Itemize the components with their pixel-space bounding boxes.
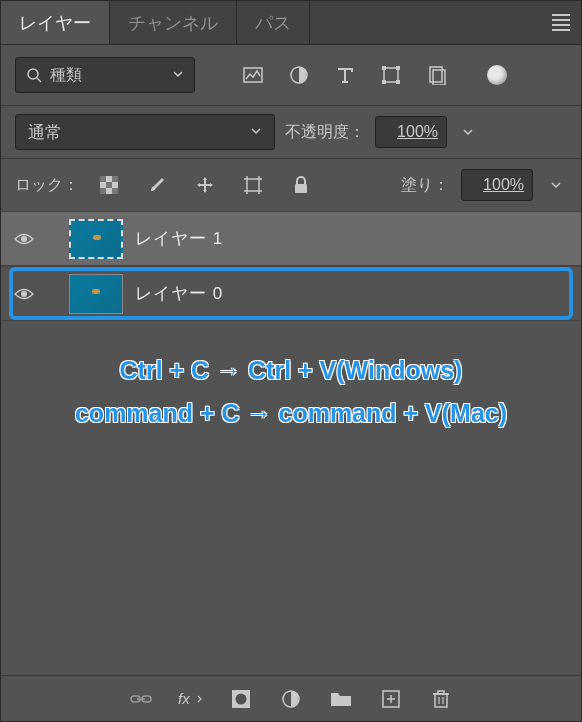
tab-layers[interactable]: レイヤー <box>1 1 110 44</box>
lock-transparency-icon[interactable] <box>91 167 127 203</box>
layer-row[interactable]: レイヤー 0 <box>1 266 581 321</box>
svg-line-1 <box>37 78 41 82</box>
chevron-down-icon <box>172 66 184 84</box>
svg-point-28 <box>21 291 27 297</box>
blend-mode-label: 通常 <box>28 121 62 144</box>
svg-rect-7 <box>382 80 386 84</box>
svg-point-27 <box>21 236 27 242</box>
link-layers-button[interactable] <box>127 685 155 713</box>
filter-pixel-icon[interactable] <box>235 57 271 93</box>
opacity-popup-button[interactable] <box>457 121 479 143</box>
svg-rect-41 <box>438 691 444 694</box>
filter-adjust-icon[interactable] <box>281 57 317 93</box>
trash-button[interactable] <box>427 685 455 713</box>
lock-move-icon[interactable] <box>187 167 223 203</box>
opacity-input[interactable]: 100% <box>375 116 447 148</box>
svg-rect-4 <box>384 68 398 82</box>
annotation-text-mac: command + C → command + V(Mac) <box>1 399 581 428</box>
svg-rect-15 <box>100 188 106 194</box>
layer-name[interactable]: レイヤー 0 <box>135 282 223 305</box>
visibility-toggle[interactable] <box>13 228 35 250</box>
svg-rect-16 <box>112 188 118 194</box>
filter-type-icon[interactable] <box>327 57 363 93</box>
svg-rect-17 <box>247 179 259 191</box>
bottom-toolbar: fx <box>1 675 581 721</box>
layer-row[interactable]: レイヤー 1 <box>1 211 581 266</box>
visibility-toggle[interactable] <box>13 283 35 305</box>
chevron-down-icon <box>250 122 262 142</box>
svg-rect-6 <box>396 66 400 70</box>
svg-rect-5 <box>382 66 386 70</box>
svg-rect-26 <box>295 184 307 193</box>
annotation-text-windows: Ctrl + C → Ctrl + V(Windows) <box>1 356 581 385</box>
group-button[interactable] <box>327 685 355 713</box>
lock-brush-icon[interactable] <box>139 167 175 203</box>
tab-paths[interactable]: パス <box>237 1 310 44</box>
svg-rect-8 <box>396 80 400 84</box>
svg-point-0 <box>28 69 38 79</box>
svg-rect-14 <box>106 182 112 188</box>
eye-icon <box>14 287 34 301</box>
fill-popup-button[interactable] <box>545 174 567 196</box>
fill-label: 塗り： <box>401 175 449 196</box>
layer-thumbnail[interactable] <box>69 274 123 314</box>
tab-row: レイヤー チャンネル パス <box>1 1 581 45</box>
eye-icon <box>14 232 34 246</box>
hamburger-icon <box>552 14 570 31</box>
filter-label: 種類 <box>50 65 82 86</box>
svg-rect-12 <box>100 176 106 182</box>
search-icon <box>26 67 42 83</box>
filter-smart-icon[interactable] <box>419 57 455 93</box>
lock-all-icon[interactable] <box>283 167 319 203</box>
fx-button[interactable]: fx <box>177 685 205 713</box>
svg-point-34 <box>236 693 247 704</box>
layer-name[interactable]: レイヤー 1 <box>135 227 223 250</box>
svg-rect-13 <box>112 176 118 182</box>
blend-mode-select[interactable]: 通常 <box>15 114 275 150</box>
mask-button[interactable] <box>227 685 255 713</box>
layer-thumbnail[interactable] <box>69 219 123 259</box>
color-filter-dot[interactable] <box>487 65 507 85</box>
lock-label: ロック： <box>15 175 79 196</box>
svg-text:fx: fx <box>178 690 190 707</box>
blend-row: 通常 不透明度： 100% <box>1 105 581 159</box>
lock-artboard-icon[interactable] <box>235 167 271 203</box>
layer-list: レイヤー 1 レイヤー 0 Ctrl + C → Ctrl + V(Window… <box>1 211 581 675</box>
svg-rect-39 <box>435 694 447 707</box>
adjustment-button[interactable] <box>277 685 305 713</box>
panel-menu-button[interactable] <box>541 1 581 44</box>
layers-panel: レイヤー チャンネル パス 種類 <box>0 0 582 722</box>
filter-row: 種類 <box>1 45 581 105</box>
lock-row: ロック： 塗り： 100% <box>1 159 581 211</box>
filter-type-select[interactable]: 種類 <box>15 57 195 93</box>
opacity-label: 不透明度： <box>285 122 365 143</box>
tab-channels[interactable]: チャンネル <box>110 1 237 44</box>
new-layer-button[interactable] <box>377 685 405 713</box>
fill-input[interactable]: 100% <box>461 169 533 201</box>
filter-shape-icon[interactable] <box>373 57 409 93</box>
